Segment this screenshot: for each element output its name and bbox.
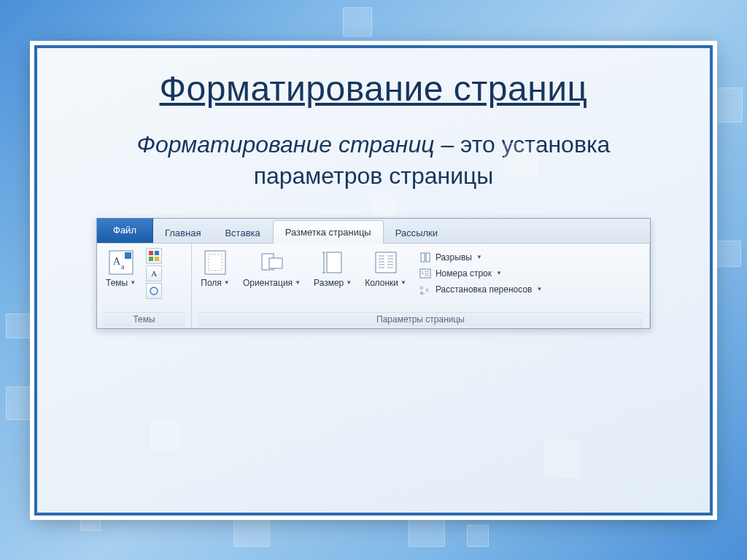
chevron-down-icon: ▼: [536, 286, 542, 292]
line-numbers-button[interactable]: 1 Номера строк ▼: [417, 267, 545, 280]
line-numbers-icon: 1: [419, 268, 431, 279]
theme-fonts-button[interactable]: A: [146, 265, 162, 281]
size-label: Размер: [314, 278, 344, 288]
themes-button[interactable]: A a Темы▼: [103, 248, 139, 289]
breaks-icon: [419, 252, 431, 263]
columns-button[interactable]: Колонки▼: [362, 248, 409, 289]
chevron-down-icon: ▼: [346, 279, 352, 286]
group-themes: A a Темы▼ A: [97, 244, 192, 328]
themes-mini-buttons: A: [146, 248, 162, 299]
chevron-down-icon: ▼: [224, 279, 230, 286]
theme-effects-button[interactable]: [146, 283, 162, 299]
svg-rect-29: [426, 253, 430, 262]
orientation-button[interactable]: Ориентация▼: [240, 248, 303, 289]
svg-text:A: A: [113, 256, 121, 267]
chevron-down-icon: ▼: [496, 270, 502, 276]
chevron-down-icon: ▼: [130, 279, 136, 286]
group-page-setup: Поля▼ Ориентация▼: [192, 244, 650, 328]
margins-button[interactable]: Поля▼: [198, 248, 233, 289]
tab-file[interactable]: Файл: [97, 218, 153, 243]
svg-rect-6: [149, 257, 153, 261]
page-setup-menu: Разрывы ▼ 1 Номера строк ▼: [417, 248, 545, 296]
svg-text:b: b: [420, 285, 423, 290]
svg-rect-5: [155, 251, 159, 255]
themes-label: Темы: [106, 278, 128, 288]
orientation-icon: [259, 249, 285, 276]
svg-text:c: c: [426, 287, 429, 292]
slide-title: Форматирование страниц: [72, 69, 675, 109]
definition-term: Форматирование страниц: [137, 131, 435, 158]
theme-colors-button[interactable]: [146, 248, 162, 264]
hyphenation-icon: ba-c: [419, 284, 431, 295]
size-button[interactable]: Размер▼: [311, 248, 355, 289]
chevron-down-icon: ▼: [295, 279, 301, 286]
slide-definition: Форматирование страниц – это установка п…: [72, 129, 675, 192]
svg-rect-17: [376, 252, 396, 273]
tab-page-layout[interactable]: Разметка страницы: [273, 220, 384, 244]
line-numbers-label: Номера строк: [436, 268, 492, 279]
breaks-label: Разрывы: [436, 252, 472, 262]
tab-mailings[interactable]: Рассылки: [384, 222, 450, 244]
ribbon-groups: A a Темы▼ A: [97, 244, 650, 328]
svg-rect-4: [149, 251, 153, 255]
svg-rect-28: [421, 253, 425, 262]
size-icon: [320, 249, 346, 276]
ribbon-tabs: Файл Главная Вставка Разметка страницы Р…: [97, 219, 650, 244]
chevron-down-icon: ▼: [400, 279, 406, 286]
group-page-setup-label: Параметры страницы: [198, 312, 643, 327]
tab-home[interactable]: Главная: [153, 222, 213, 244]
group-themes-label: Темы: [103, 312, 185, 327]
word-ribbon: Файл Главная Вставка Разметка страницы Р…: [96, 218, 651, 329]
slide-frame: Форматирование страниц Форматирование ст…: [34, 45, 713, 516]
svg-rect-7: [155, 257, 159, 261]
tab-insert[interactable]: Вставка: [213, 222, 272, 244]
margins-label: Поля: [201, 278, 222, 288]
columns-label: Колонки: [365, 278, 398, 288]
svg-point-8: [150, 287, 158, 295]
orientation-label: Ориентация: [243, 278, 293, 288]
chevron-down-icon: ▼: [476, 254, 482, 260]
svg-rect-12: [269, 258, 282, 268]
svg-text:a: a: [121, 262, 125, 271]
hyphenation-label: Расстановка переносов: [436, 284, 533, 295]
breaks-button[interactable]: Разрывы ▼: [417, 251, 545, 264]
hyphenation-button[interactable]: ba-c Расстановка переносов ▼: [417, 283, 545, 296]
svg-text:a-: a-: [420, 290, 425, 295]
margins-icon: [202, 249, 228, 276]
columns-icon: [373, 249, 399, 276]
svg-rect-13: [327, 252, 341, 273]
svg-rect-3: [125, 252, 131, 259]
themes-icon: A a: [108, 249, 134, 276]
